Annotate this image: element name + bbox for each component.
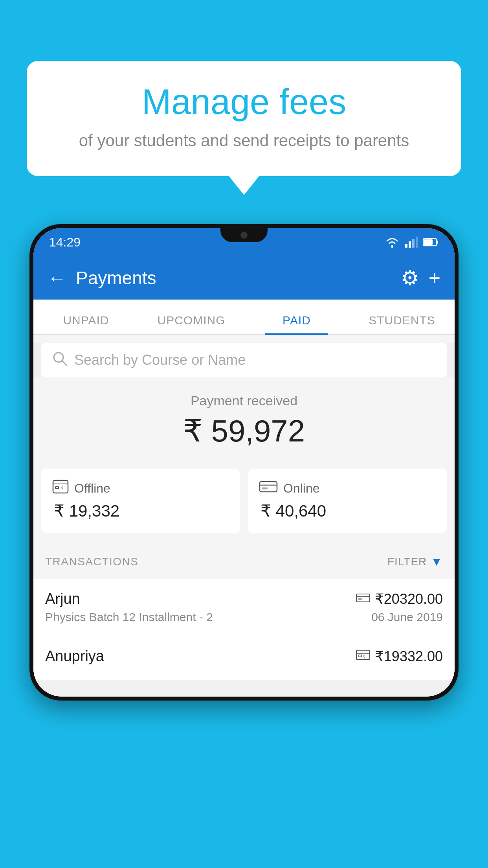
notch (220, 228, 268, 242)
online-icon (259, 480, 278, 497)
bubble-subtitle: of your students and send receipts to pa… (50, 129, 438, 153)
svg-text:₹: ₹ (61, 485, 64, 491)
camera-dot (240, 232, 248, 239)
phone-screen: 14:29 (33, 228, 455, 697)
filter-icon: ▼ (431, 555, 443, 568)
status-time: 14:29 (49, 235, 81, 250)
content-area: Search by Course or Name Payment receive… (33, 343, 455, 697)
svg-rect-15 (356, 594, 370, 602)
transactions-label: TRANSACTIONS (45, 555, 138, 568)
tab-paid[interactable]: PAID (244, 314, 349, 334)
page-title: Payments (76, 267, 391, 289)
tabs-bar: UNPAID UPCOMING PAID STUDENTS (33, 300, 455, 335)
payment-summary: Payment received ₹ 59,972 (33, 377, 455, 461)
settings-button[interactable]: ⚙ (401, 266, 419, 290)
payment-received-label: Payment received (33, 393, 455, 408)
speech-bubble: Manage fees of your students and send re… (27, 61, 461, 176)
svg-rect-6 (437, 241, 438, 244)
transaction-main-row: Anupriya ₹ ₹19332.00 (45, 648, 443, 665)
online-card: Online ₹ 40,640 (248, 469, 447, 533)
transaction-sub-row: Physics Batch 12 Installment - 2 06 June… (45, 611, 443, 624)
offline-icon: ₹ (52, 480, 69, 497)
svg-line-9 (62, 361, 66, 365)
status-icons (385, 237, 439, 248)
transaction-name: Arjun (45, 590, 80, 607)
svg-rect-3 (412, 239, 415, 248)
transaction-main-row: Arjun ₹20320.00 (45, 590, 443, 607)
online-card-header: Online (259, 480, 436, 497)
table-row[interactable]: Arjun ₹20320.00 (33, 579, 455, 636)
svg-rect-18 (358, 655, 361, 657)
phone-container: 14:29 (29, 224, 459, 868)
transaction-date: 06 June 2019 (371, 611, 443, 624)
filter-wrap[interactable]: FILTER ▼ (387, 555, 443, 568)
svg-rect-16 (358, 598, 362, 600)
tab-students[interactable]: STUDENTS (349, 314, 455, 334)
tab-upcoming[interactable]: UPCOMING (139, 314, 244, 334)
payment-type-icon-offline: ₹ (356, 649, 370, 664)
signal-icon (405, 237, 418, 248)
offline-amount: ₹ 19,332 (52, 501, 229, 520)
table-row[interactable]: Anupriya ₹ ₹19332.00 (33, 636, 455, 680)
offline-card: ₹ Offline ₹ 19,332 (41, 469, 240, 533)
transactions-header: TRANSACTIONS FILTER ▼ (33, 545, 455, 579)
svg-point-0 (391, 245, 393, 248)
transaction-amount-wrap: ₹20320.00 (356, 591, 443, 607)
online-amount: ₹ 40,640 (259, 501, 436, 520)
search-icon (52, 351, 67, 370)
add-button[interactable]: + (429, 266, 440, 290)
wifi-icon (385, 237, 400, 248)
payment-cards-row: ₹ Offline ₹ 19,332 (33, 461, 455, 545)
svg-rect-13 (260, 482, 277, 492)
online-label: Online (283, 481, 320, 496)
bubble-title: Manage fees (50, 83, 438, 121)
svg-rect-11 (55, 487, 59, 489)
tab-unpaid[interactable]: UNPAID (33, 314, 139, 334)
svg-rect-2 (409, 241, 411, 248)
filter-label: FILTER (387, 555, 427, 568)
transaction-name: Anupriya (45, 648, 104, 665)
offline-card-header: ₹ Offline (52, 480, 229, 497)
svg-rect-7 (424, 239, 433, 245)
payment-total-amount: ₹ 59,972 (33, 413, 455, 449)
transaction-amount: ₹19332.00 (375, 648, 443, 665)
svg-rect-14 (262, 487, 268, 489)
app-bar: ← Payments ⚙ + (33, 256, 455, 300)
svg-text:₹: ₹ (363, 655, 365, 659)
svg-rect-4 (416, 237, 418, 248)
battery-icon (423, 237, 439, 247)
search-placeholder: Search by Course or Name (74, 352, 246, 368)
phone-frame: 14:29 (29, 224, 459, 701)
offline-label: Offline (74, 481, 110, 496)
transaction-amount-wrap: ₹ ₹19332.00 (356, 648, 443, 665)
payment-type-icon (356, 592, 370, 606)
transaction-amount: ₹20320.00 (375, 591, 443, 607)
search-bar[interactable]: Search by Course or Name (41, 343, 447, 377)
back-button[interactable]: ← (48, 267, 66, 289)
transaction-course: Physics Batch 12 Installment - 2 (45, 611, 213, 624)
status-bar: 14:29 (33, 228, 455, 256)
svg-rect-1 (405, 244, 407, 248)
